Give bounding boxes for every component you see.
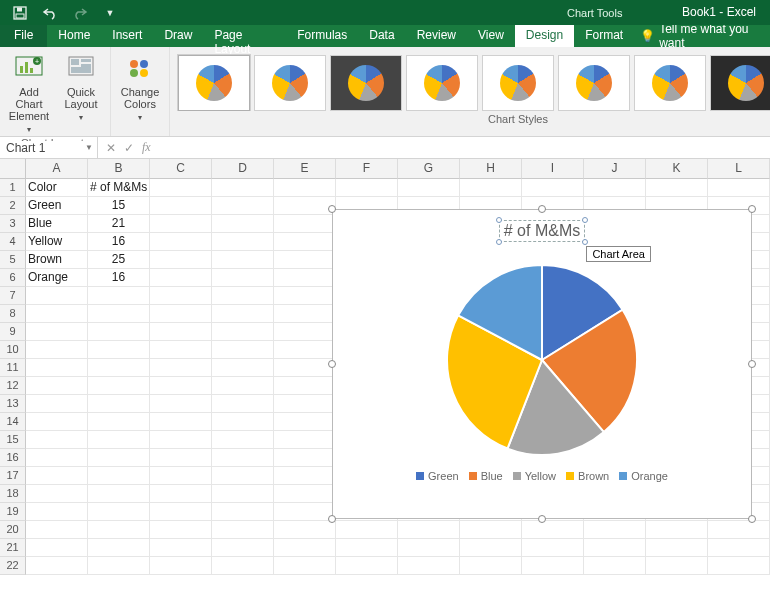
cell[interactable] xyxy=(26,287,88,305)
row-header[interactable]: 22 xyxy=(0,557,26,575)
cell[interactable] xyxy=(274,287,336,305)
row-header[interactable]: 4 xyxy=(0,233,26,251)
cell[interactable] xyxy=(26,395,88,413)
cell[interactable]: Green xyxy=(26,197,88,215)
cell[interactable] xyxy=(212,359,274,377)
column-header[interactable]: G xyxy=(398,159,460,179)
cell[interactable] xyxy=(646,539,708,557)
cell[interactable]: 16 xyxy=(88,233,150,251)
cell[interactable] xyxy=(26,503,88,521)
cell[interactable] xyxy=(212,449,274,467)
cell[interactable] xyxy=(460,557,522,575)
cell[interactable] xyxy=(150,539,212,557)
cell[interactable] xyxy=(274,431,336,449)
cell[interactable] xyxy=(274,233,336,251)
add-chart-element-button[interactable]: + Add Chart Element ▾ xyxy=(6,51,52,135)
column-header[interactable]: I xyxy=(522,159,584,179)
column-header[interactable]: J xyxy=(584,159,646,179)
resize-handle[interactable] xyxy=(748,515,756,523)
row-header[interactable]: 18 xyxy=(0,485,26,503)
cell[interactable] xyxy=(584,179,646,197)
cell[interactable] xyxy=(26,305,88,323)
cell[interactable] xyxy=(460,179,522,197)
row-header[interactable]: 13 xyxy=(0,395,26,413)
cell[interactable] xyxy=(274,197,336,215)
cell[interactable]: Blue xyxy=(26,215,88,233)
cell[interactable] xyxy=(150,233,212,251)
legend-item[interactable]: Orange xyxy=(619,470,668,482)
cell[interactable]: # of M&Ms xyxy=(88,179,150,197)
cell[interactable] xyxy=(88,395,150,413)
cell[interactable]: Yellow xyxy=(26,233,88,251)
chevron-down-icon[interactable]: ▼ xyxy=(85,143,93,152)
redo-icon[interactable] xyxy=(68,1,92,25)
cell[interactable] xyxy=(150,485,212,503)
resize-handle[interactable] xyxy=(538,205,546,213)
tab-formulas[interactable]: Formulas xyxy=(286,25,358,47)
fx-icon[interactable]: fx xyxy=(142,140,151,155)
row-header[interactable]: 20 xyxy=(0,521,26,539)
cell[interactable] xyxy=(708,179,770,197)
cell[interactable] xyxy=(212,269,274,287)
cell[interactable] xyxy=(274,359,336,377)
column-header[interactable]: K xyxy=(646,159,708,179)
cell[interactable] xyxy=(212,323,274,341)
cell[interactable] xyxy=(274,485,336,503)
legend-item[interactable]: Blue xyxy=(469,470,503,482)
cell[interactable] xyxy=(460,539,522,557)
cell[interactable] xyxy=(274,521,336,539)
cell[interactable]: Brown xyxy=(26,251,88,269)
cell[interactable] xyxy=(150,503,212,521)
cell[interactable] xyxy=(274,503,336,521)
cell[interactable] xyxy=(26,557,88,575)
cell[interactable] xyxy=(274,413,336,431)
cell[interactable] xyxy=(88,323,150,341)
row-header[interactable]: 12 xyxy=(0,377,26,395)
cell[interactable] xyxy=(274,215,336,233)
chart-style-thumb[interactable] xyxy=(634,55,706,111)
cell[interactable] xyxy=(522,179,584,197)
resize-handle[interactable] xyxy=(328,515,336,523)
cell[interactable] xyxy=(26,539,88,557)
cell[interactable] xyxy=(88,377,150,395)
cell[interactable] xyxy=(274,467,336,485)
resize-handle[interactable] xyxy=(748,360,756,368)
row-header[interactable]: 14 xyxy=(0,413,26,431)
row-header[interactable]: 15 xyxy=(0,431,26,449)
cell[interactable] xyxy=(274,323,336,341)
tab-data[interactable]: Data xyxy=(358,25,405,47)
tab-insert[interactable]: Insert xyxy=(101,25,153,47)
cell[interactable] xyxy=(150,251,212,269)
cell[interactable] xyxy=(150,557,212,575)
row-header[interactable]: 7 xyxy=(0,287,26,305)
cell[interactable] xyxy=(274,377,336,395)
tell-me-search[interactable]: 💡 Tell me what you want xyxy=(634,25,770,47)
cell[interactable]: 16 xyxy=(88,269,150,287)
column-header[interactable]: D xyxy=(212,159,274,179)
quick-layout-button[interactable]: Quick Layout ▾ xyxy=(58,51,104,123)
chart-style-thumb[interactable] xyxy=(406,55,478,111)
cell[interactable] xyxy=(708,521,770,539)
cell[interactable] xyxy=(460,521,522,539)
cell[interactable] xyxy=(708,557,770,575)
tab-review[interactable]: Review xyxy=(406,25,467,47)
tab-home[interactable]: Home xyxy=(47,25,101,47)
cell[interactable]: Color xyxy=(26,179,88,197)
cell[interactable] xyxy=(88,521,150,539)
chart-style-thumb[interactable] xyxy=(178,55,250,111)
cell[interactable] xyxy=(336,557,398,575)
cell[interactable] xyxy=(26,341,88,359)
cancel-formula-icon[interactable]: ✕ xyxy=(106,141,116,155)
column-header[interactable]: F xyxy=(336,159,398,179)
chart-title[interactable]: # of M&Ms xyxy=(333,220,751,242)
cell[interactable] xyxy=(274,395,336,413)
chart-style-thumb[interactable] xyxy=(482,55,554,111)
cell[interactable] xyxy=(150,521,212,539)
cell[interactable] xyxy=(212,197,274,215)
legend-item[interactable]: Brown xyxy=(566,470,609,482)
cell[interactable] xyxy=(150,215,212,233)
cell[interactable]: 25 xyxy=(88,251,150,269)
cell[interactable] xyxy=(88,539,150,557)
select-all-corner[interactable] xyxy=(0,159,26,179)
resize-handle[interactable] xyxy=(748,205,756,213)
